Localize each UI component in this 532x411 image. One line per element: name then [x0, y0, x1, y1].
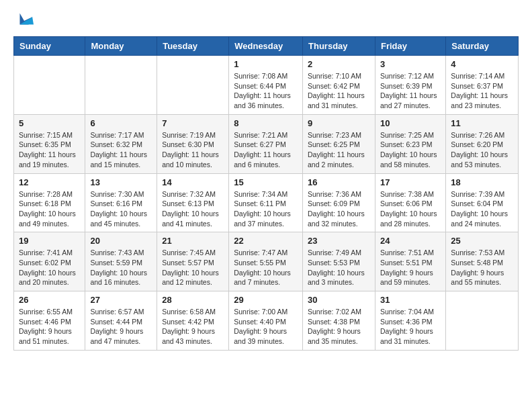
- calendar-cell: [157, 56, 229, 115]
- day-number: 19: [19, 236, 80, 246]
- day-info: Sunrise: 7:17 AM Sunset: 6:32 PM Dayligh…: [90, 130, 152, 170]
- day-info: Sunrise: 7:14 AM Sunset: 6:37 PM Dayligh…: [451, 71, 513, 111]
- day-number: 13: [90, 177, 152, 187]
- calendar-cell: 3Sunrise: 7:12 AM Sunset: 6:39 PM Daylig…: [375, 56, 445, 115]
- logo-icon: [15, 11, 34, 30]
- day-info: Sunrise: 7:10 AM Sunset: 6:42 PM Dayligh…: [308, 71, 370, 111]
- day-number: 3: [380, 59, 441, 69]
- day-info: Sunrise: 7:43 AM Sunset: 5:59 PM Dayligh…: [90, 248, 152, 287]
- calendar-week-row-3: 12Sunrise: 7:28 AM Sunset: 6:18 PM Dayli…: [14, 173, 519, 232]
- calendar-cell: 14Sunrise: 7:32 AM Sunset: 6:13 PM Dayli…: [157, 173, 229, 232]
- day-number: 14: [162, 177, 224, 187]
- calendar-cell: 29Sunrise: 7:00 AM Sunset: 4:40 PM Dayli…: [229, 291, 303, 351]
- calendar-cell: 26Sunrise: 6:55 AM Sunset: 4:46 PM Dayli…: [14, 291, 85, 351]
- calendar-cell: 17Sunrise: 7:38 AM Sunset: 6:06 PM Dayli…: [375, 173, 445, 232]
- calendar-cell: 23Sunrise: 7:49 AM Sunset: 5:53 PM Dayli…: [303, 232, 375, 291]
- calendar-cell: 25Sunrise: 7:53 AM Sunset: 5:48 PM Dayli…: [446, 232, 519, 291]
- day-info: Sunrise: 7:45 AM Sunset: 5:57 PM Dayligh…: [162, 248, 224, 287]
- calendar-cell: 4Sunrise: 7:14 AM Sunset: 6:37 PM Daylig…: [446, 56, 519, 115]
- calendar-cell: 6Sunrise: 7:17 AM Sunset: 6:32 PM Daylig…: [85, 114, 157, 173]
- day-info: Sunrise: 7:00 AM Sunset: 4:40 PM Dayligh…: [234, 307, 298, 347]
- calendar-cell: 10Sunrise: 7:25 AM Sunset: 6:23 PM Dayli…: [375, 114, 445, 173]
- day-number: 5: [19, 118, 80, 128]
- day-number: 24: [380, 236, 441, 246]
- day-number: 8: [234, 118, 298, 128]
- day-number: 29: [234, 295, 298, 305]
- day-number: 7: [162, 118, 224, 128]
- calendar-cell: 12Sunrise: 7:28 AM Sunset: 6:18 PM Dayli…: [14, 173, 85, 232]
- day-number: 22: [234, 236, 298, 246]
- calendar-cell: 22Sunrise: 7:47 AM Sunset: 5:55 PM Dayli…: [229, 232, 303, 291]
- calendar-header-wednesday: Wednesday: [229, 37, 303, 56]
- calendar-cell: 27Sunrise: 6:57 AM Sunset: 4:44 PM Dayli…: [85, 291, 157, 351]
- day-info: Sunrise: 7:15 AM Sunset: 6:35 PM Dayligh…: [19, 130, 80, 170]
- day-number: 31: [380, 295, 441, 305]
- day-number: 2: [308, 59, 370, 69]
- day-info: Sunrise: 6:58 AM Sunset: 4:42 PM Dayligh…: [162, 307, 224, 347]
- calendar-header-monday: Monday: [85, 37, 157, 56]
- day-number: 6: [90, 118, 152, 128]
- calendar-cell: [446, 291, 519, 351]
- day-number: 10: [380, 118, 441, 128]
- calendar-week-row-1: 1Sunrise: 7:08 AM Sunset: 6:44 PM Daylig…: [14, 56, 519, 115]
- day-number: 17: [380, 177, 441, 187]
- day-number: 21: [162, 236, 224, 246]
- calendar-week-row-5: 26Sunrise: 6:55 AM Sunset: 4:46 PM Dayli…: [14, 291, 519, 351]
- day-number: 15: [234, 177, 298, 187]
- day-number: 9: [308, 118, 370, 128]
- day-number: 18: [451, 177, 513, 187]
- calendar-cell: 21Sunrise: 7:45 AM Sunset: 5:57 PM Dayli…: [157, 232, 229, 291]
- day-info: Sunrise: 6:57 AM Sunset: 4:44 PM Dayligh…: [90, 307, 152, 347]
- day-info: Sunrise: 7:23 AM Sunset: 6:25 PM Dayligh…: [308, 130, 370, 170]
- calendar-cell: 15Sunrise: 7:34 AM Sunset: 6:11 PM Dayli…: [229, 173, 303, 232]
- day-info: Sunrise: 7:32 AM Sunset: 6:13 PM Dayligh…: [162, 189, 224, 229]
- calendar-cell: 13Sunrise: 7:30 AM Sunset: 6:16 PM Dayli…: [85, 173, 157, 232]
- calendar-header-sunday: Sunday: [14, 37, 85, 56]
- calendar-week-row-2: 5Sunrise: 7:15 AM Sunset: 6:35 PM Daylig…: [14, 114, 519, 173]
- calendar-cell: 7Sunrise: 7:19 AM Sunset: 6:30 PM Daylig…: [157, 114, 229, 173]
- day-number: 11: [451, 118, 513, 128]
- day-number: 30: [308, 295, 370, 305]
- calendar-cell: 1Sunrise: 7:08 AM Sunset: 6:44 PM Daylig…: [229, 56, 303, 115]
- logo: [13, 11, 34, 30]
- day-info: Sunrise: 7:47 AM Sunset: 5:55 PM Dayligh…: [234, 248, 298, 287]
- day-info: Sunrise: 7:02 AM Sunset: 4:38 PM Dayligh…: [308, 307, 370, 347]
- calendar-header-tuesday: Tuesday: [157, 37, 229, 56]
- day-number: 27: [90, 295, 152, 305]
- day-info: Sunrise: 7:19 AM Sunset: 6:30 PM Dayligh…: [162, 130, 224, 170]
- header: [13, 11, 519, 30]
- day-info: Sunrise: 7:39 AM Sunset: 6:04 PM Dayligh…: [451, 189, 513, 229]
- day-info: Sunrise: 7:53 AM Sunset: 5:48 PM Dayligh…: [451, 248, 513, 287]
- day-number: 1: [234, 59, 298, 69]
- day-info: Sunrise: 7:04 AM Sunset: 4:36 PM Dayligh…: [380, 307, 441, 347]
- day-number: 16: [308, 177, 370, 187]
- day-number: 26: [19, 295, 80, 305]
- day-number: 20: [90, 236, 152, 246]
- day-number: 28: [162, 295, 224, 305]
- calendar-table: SundayMondayTuesdayWednesdayThursdayFrid…: [13, 36, 519, 351]
- calendar-cell: 19Sunrise: 7:41 AM Sunset: 6:02 PM Dayli…: [14, 232, 85, 291]
- calendar-cell: [14, 56, 85, 115]
- day-info: Sunrise: 7:34 AM Sunset: 6:11 PM Dayligh…: [234, 189, 298, 229]
- calendar-cell: 2Sunrise: 7:10 AM Sunset: 6:42 PM Daylig…: [303, 56, 375, 115]
- calendar-cell: 31Sunrise: 7:04 AM Sunset: 4:36 PM Dayli…: [375, 291, 445, 351]
- calendar-cell: 28Sunrise: 6:58 AM Sunset: 4:42 PM Dayli…: [157, 291, 229, 351]
- calendar-cell: 30Sunrise: 7:02 AM Sunset: 4:38 PM Dayli…: [303, 291, 375, 351]
- calendar-cell: 9Sunrise: 7:23 AM Sunset: 6:25 PM Daylig…: [303, 114, 375, 173]
- calendar-cell: 18Sunrise: 7:39 AM Sunset: 6:04 PM Dayli…: [446, 173, 519, 232]
- day-info: Sunrise: 7:30 AM Sunset: 6:16 PM Dayligh…: [90, 189, 152, 229]
- day-info: Sunrise: 7:41 AM Sunset: 6:02 PM Dayligh…: [19, 248, 80, 287]
- calendar-cell: 11Sunrise: 7:26 AM Sunset: 6:20 PM Dayli…: [446, 114, 519, 173]
- calendar-cell: 8Sunrise: 7:21 AM Sunset: 6:27 PM Daylig…: [229, 114, 303, 173]
- calendar-cell: 16Sunrise: 7:36 AM Sunset: 6:09 PM Dayli…: [303, 173, 375, 232]
- calendar-header-row: SundayMondayTuesdayWednesdayThursdayFrid…: [14, 37, 519, 56]
- calendar-cell: 24Sunrise: 7:51 AM Sunset: 5:51 PM Dayli…: [375, 232, 445, 291]
- day-number: 12: [19, 177, 80, 187]
- day-info: Sunrise: 7:21 AM Sunset: 6:27 PM Dayligh…: [234, 130, 298, 170]
- calendar-header-saturday: Saturday: [446, 37, 519, 56]
- calendar-week-row-4: 19Sunrise: 7:41 AM Sunset: 6:02 PM Dayli…: [14, 232, 519, 291]
- day-info: Sunrise: 7:12 AM Sunset: 6:39 PM Dayligh…: [380, 71, 441, 111]
- calendar-header-friday: Friday: [375, 37, 445, 56]
- day-info: Sunrise: 7:49 AM Sunset: 5:53 PM Dayligh…: [308, 248, 370, 287]
- calendar-cell: 5Sunrise: 7:15 AM Sunset: 6:35 PM Daylig…: [14, 114, 85, 173]
